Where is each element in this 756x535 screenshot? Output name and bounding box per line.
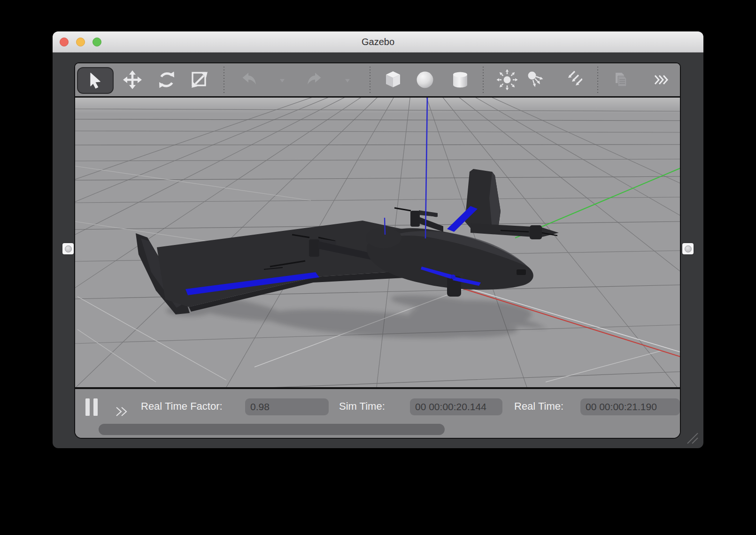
rotate-tool-button[interactable] <box>155 69 178 91</box>
desktop: { "window": { "title": "Gazebo" }, "titl… <box>0 0 756 535</box>
scale-tool-button[interactable] <box>188 69 211 91</box>
real-time-factor-value: 0.98 <box>245 398 329 415</box>
spot-light-icon <box>525 69 546 90</box>
insert-box-button[interactable] <box>382 69 404 91</box>
insert-cylinder-button[interactable] <box>449 69 471 91</box>
left-splitter-handle[interactable] <box>62 243 74 254</box>
undo-button[interactable] <box>238 69 261 91</box>
copy-button[interactable] <box>609 69 632 91</box>
undo-history-button[interactable] <box>278 77 286 84</box>
sphere-icon <box>415 69 435 90</box>
real-time-label: Real Time: <box>514 400 563 413</box>
gazebo-window: Gazebo <box>53 31 703 448</box>
titlebar[interactable]: Gazebo <box>53 31 703 53</box>
step-button[interactable] <box>114 406 130 417</box>
blue-prop-blade-line <box>385 218 385 235</box>
real-time-factor-label: Real Time Factor: <box>141 400 223 413</box>
redo-history-button[interactable] <box>344 77 351 84</box>
point-light-icon <box>497 69 517 90</box>
resize-grip-icon <box>686 431 700 444</box>
redo-button[interactable] <box>303 69 325 91</box>
copy-pages-icon <box>610 69 631 90</box>
cursor-icon <box>86 71 105 90</box>
more-tools-button[interactable] <box>650 69 673 91</box>
scale-box-icon <box>189 69 210 90</box>
overflow-chevrons-icon <box>654 73 670 87</box>
close-button[interactable] <box>60 38 69 46</box>
pause-icon <box>85 398 98 416</box>
sim-time-label: Sim Time: <box>339 400 385 413</box>
window-title: Gazebo <box>53 31 703 52</box>
move-arrows-icon <box>122 69 143 90</box>
spot-light-button[interactable] <box>524 69 547 91</box>
caret-down-icon <box>278 77 286 84</box>
select-tool-button[interactable] <box>77 67 114 94</box>
directional-light-icon <box>562 69 582 90</box>
main-content: Real Time Factor: 0.98 Sim Time: 00 00:0… <box>74 62 681 439</box>
directional-light-button[interactable] <box>561 69 583 91</box>
right-splitter-handle[interactable] <box>682 243 694 254</box>
statusbar: Real Time Factor: 0.98 Sim Time: 00 00:0… <box>75 389 680 438</box>
minimize-button[interactable] <box>76 38 85 46</box>
resize-grip[interactable] <box>686 431 700 446</box>
traffic-lights <box>60 38 101 46</box>
undo-arrow-icon <box>239 69 260 90</box>
redo-arrow-icon <box>304 69 324 90</box>
caret-down-icon <box>344 77 351 84</box>
cube-icon <box>383 69 403 90</box>
render-viewport[interactable] <box>75 98 680 389</box>
insert-sphere-button[interactable] <box>414 69 436 91</box>
toolbar <box>75 63 680 98</box>
splitter-knob <box>65 245 72 252</box>
horizon-glow <box>75 98 680 114</box>
toolbar-separator <box>370 67 370 94</box>
toolbar-separator <box>224 67 224 94</box>
toolbar-separator <box>597 67 598 94</box>
translate-tool-button[interactable] <box>121 69 144 91</box>
step-forward-chevrons-icon <box>115 406 129 417</box>
scene-canvas <box>75 98 680 387</box>
splitter-knob <box>685 245 692 252</box>
point-light-button[interactable] <box>496 69 518 91</box>
cylinder-icon <box>450 69 471 90</box>
zoom-button[interactable] <box>93 38 101 46</box>
toolbar-separator <box>483 67 484 94</box>
sim-time-value: 00 00:00:20.144 <box>410 398 502 415</box>
real-time-value: 00 00:00:21.190 <box>580 398 680 415</box>
horizontal-scrollbar-thumb[interactable] <box>99 424 445 435</box>
pause-button[interactable] <box>85 398 98 416</box>
rotate-arrows-icon <box>156 69 177 90</box>
